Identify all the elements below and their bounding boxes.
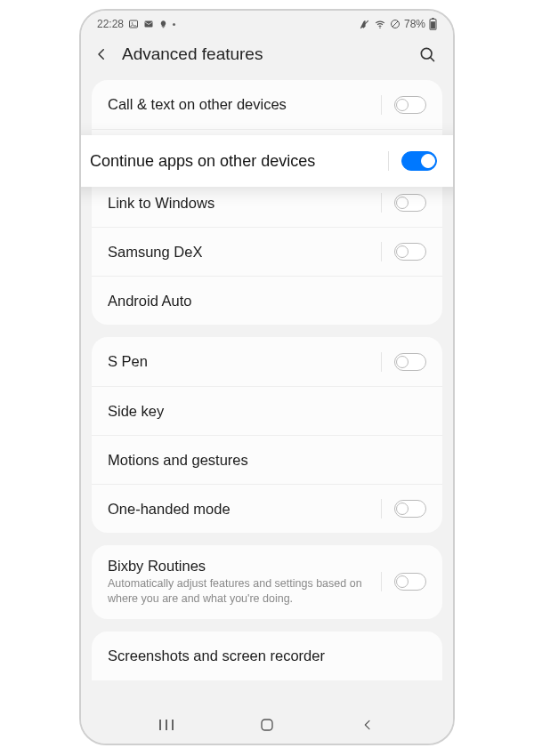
search-button[interactable] (416, 43, 439, 66)
toggle-bixby[interactable] (394, 573, 426, 591)
home-button[interactable] (249, 714, 285, 736)
separator (381, 193, 382, 213)
svg-rect-16 (262, 720, 272, 730)
row-label: Android Auto (108, 293, 417, 310)
mail-icon (143, 19, 154, 29)
status-battery-pct: 78% (404, 18, 425, 30)
no-data-icon (390, 19, 400, 29)
svg-rect-2 (145, 21, 153, 28)
row-s-pen[interactable]: S Pen (92, 337, 442, 386)
settings-group: Bixby RoutinesAutomatically adjust featu… (92, 545, 442, 619)
recents-button[interactable] (149, 714, 184, 736)
row-bixby[interactable]: Bixby RoutinesAutomatically adjust featu… (92, 545, 442, 619)
picture-icon (128, 19, 139, 29)
svg-rect-10 (431, 21, 435, 28)
bulb-icon (158, 20, 168, 29)
svg-rect-3 (162, 27, 164, 28)
row-label: Link to Windows (108, 195, 372, 212)
separator (381, 572, 382, 591)
row-label: Screenshots and screen recorder (108, 647, 417, 664)
row-motions[interactable]: Motions and gestures (92, 435, 442, 484)
battery-icon (429, 18, 437, 30)
separator (381, 95, 382, 115)
status-time: 22:28 (97, 18, 124, 30)
separator (388, 151, 389, 171)
toggle-call-text[interactable] (394, 96, 426, 114)
svg-point-5 (379, 27, 381, 28)
row-call-text[interactable]: Call & text on other devices (92, 80, 442, 129)
row-label: Samsung DeX (108, 244, 372, 261)
toggle-link-win[interactable] (394, 194, 426, 212)
row-label: Continue apps on other devices (90, 152, 388, 171)
row-label: Bixby Routines (108, 558, 372, 575)
row-one-hand[interactable]: One-handed mode (92, 484, 442, 533)
row-label: Call & text on other devices (108, 96, 372, 113)
nav-back-button[interactable] (350, 714, 385, 736)
row-label: Motions and gestures (108, 452, 417, 469)
row-continue-apps[interactable]: Continue apps on other devices (81, 135, 453, 187)
svg-line-7 (392, 21, 398, 27)
back-button[interactable] (90, 43, 113, 66)
separator (381, 242, 382, 261)
row-label: S Pen (108, 353, 372, 370)
header: Advanced features (81, 34, 453, 80)
row-side-key[interactable]: Side key (92, 386, 442, 435)
status-bar: 22:28 78% (81, 11, 453, 34)
phone-frame: 22:28 78% (79, 9, 455, 745)
toggle-s-pen[interactable] (394, 353, 426, 371)
toggle-dex[interactable] (394, 243, 426, 261)
row-screenshots[interactable]: Screenshots and screen recorder (92, 631, 442, 680)
separator (381, 499, 382, 519)
more-dot-icon (173, 23, 175, 26)
settings-list: Call & text on other devicesLink to Wind… (81, 80, 453, 706)
settings-group: S PenSide keyMotions and gesturesOne-han… (92, 337, 442, 533)
mute-icon (359, 19, 370, 30)
separator (381, 352, 382, 372)
row-android-auto[interactable]: Android Auto (92, 276, 442, 325)
row-label: Side key (108, 403, 417, 420)
page-title: Advanced features (122, 44, 263, 64)
svg-line-12 (431, 58, 434, 61)
svg-point-1 (132, 22, 134, 24)
wifi-icon (374, 19, 386, 30)
nav-bar (81, 706, 453, 744)
settings-group: Screenshots and screen recorder (92, 631, 442, 680)
settings-group: Call & text on other devicesLink to Wind… (92, 80, 442, 325)
row-dex[interactable]: Samsung DeX (92, 227, 442, 276)
row-label: One-handed mode (108, 501, 372, 518)
row-subtext: Automatically adjust features and settin… (108, 576, 372, 607)
svg-rect-9 (432, 18, 434, 19)
toggle-continue-apps[interactable] (401, 151, 437, 171)
toggle-one-hand[interactable] (394, 500, 426, 518)
